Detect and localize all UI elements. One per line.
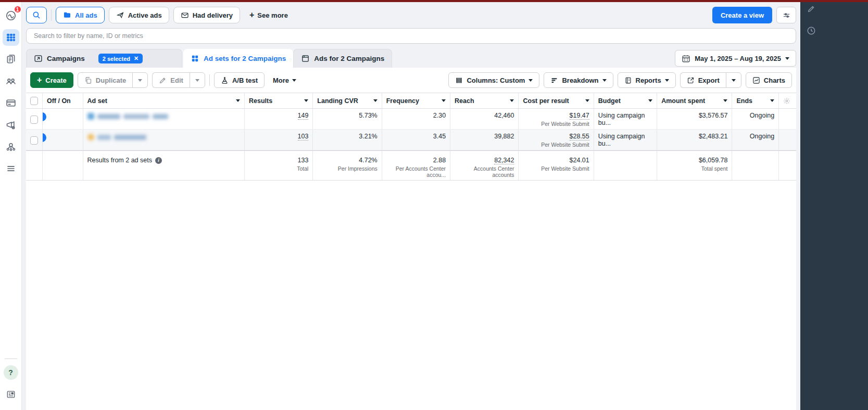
duplicate-dropdown-button[interactable] xyxy=(132,72,148,88)
sliders-icon xyxy=(782,11,791,20)
sort-caret-icon xyxy=(770,99,774,102)
breakdown-button[interactable]: Breakdown xyxy=(544,72,613,88)
sidebar-item-billing[interactable] xyxy=(3,95,19,111)
tab-ads[interactable]: Ads for 2 Campaigns xyxy=(293,49,392,68)
summary-results: 133 xyxy=(249,157,308,164)
filter-pill-all-ads[interactable]: All ads xyxy=(56,7,105,23)
duplicate-button[interactable]: Duplicate xyxy=(78,72,133,88)
notification-badge: 1 xyxy=(14,5,22,14)
flask-icon xyxy=(221,76,229,84)
whats-new-icon[interactable] xyxy=(3,386,19,403)
column-header-frequency[interactable]: Frequency xyxy=(382,93,450,108)
more-button[interactable]: More xyxy=(269,76,300,84)
history-clock-icon[interactable] xyxy=(806,25,817,36)
sort-caret-icon xyxy=(304,99,308,102)
chevron-down-icon xyxy=(602,79,607,82)
chevron-down-icon xyxy=(292,79,296,82)
summary-reach-sub: Accounts Center accounts xyxy=(455,165,514,178)
sidebar-menu-icon[interactable] xyxy=(3,160,19,177)
row-checkbox[interactable] xyxy=(30,136,38,145)
filter-divider xyxy=(51,9,52,21)
summary-reach[interactable]: 82,342 xyxy=(494,157,514,164)
column-header-cost-per-result[interactable]: Cost per result xyxy=(519,93,594,108)
amount-spent-value: $3,576.57 xyxy=(657,109,732,129)
sidebar-item-pages[interactable] xyxy=(3,51,19,68)
chevron-down-icon xyxy=(665,79,669,82)
results-value[interactable]: 103 xyxy=(298,133,309,140)
summary-label: Results from 2 ad sets xyxy=(87,157,152,164)
export-button[interactable]: Export xyxy=(680,72,726,88)
columns-icon xyxy=(455,76,463,84)
sidebar-item-ads-manager[interactable] xyxy=(3,29,19,46)
date-range-picker[interactable]: May 1, 2025 – Aug 19, 2025 xyxy=(675,50,796,67)
column-header-ends[interactable]: Ends xyxy=(732,93,779,108)
column-header-ad-set[interactable]: Ad set xyxy=(83,93,245,108)
sort-caret-icon xyxy=(648,99,652,102)
column-header-landing-cvr[interactable]: Landing CVR xyxy=(313,93,382,108)
breakdown-icon xyxy=(550,76,558,84)
screen-recording-strip xyxy=(0,0,868,2)
meta-business-suite-icon[interactable]: 1 xyxy=(3,7,19,24)
create-a-view-button[interactable]: Create a view xyxy=(712,7,772,23)
tab-ad-sets[interactable]: Ad sets for 2 Campaigns xyxy=(183,49,293,68)
reports-button[interactable]: Reports xyxy=(618,72,676,88)
chevron-down-icon xyxy=(529,79,533,82)
clear-selection-icon[interactable]: ✕ xyxy=(134,55,139,62)
table-row[interactable]: 149 5.73% 2.30 42,460 $19.47 Per Website… xyxy=(26,109,796,130)
sort-caret-icon xyxy=(373,99,378,102)
ad-set-name-redacted[interactable] xyxy=(83,130,245,150)
search-icon xyxy=(32,10,41,20)
selected-count-badge[interactable]: 2 selected ✕ xyxy=(98,54,143,63)
column-header-reach[interactable]: Reach xyxy=(450,93,519,108)
tab-campaigns[interactable]: Campaigns 2 selected ✕ xyxy=(26,49,182,68)
edit-dropdown-button[interactable] xyxy=(190,72,205,88)
info-icon[interactable]: i xyxy=(155,157,162,164)
column-header-budget[interactable]: Budget xyxy=(594,93,657,108)
summary-row: Results from 2 ad sets i 133 Total 4.72%… xyxy=(26,150,796,181)
date-range-label: May 1, 2025 – Aug 19, 2025 xyxy=(695,55,781,62)
reach-value: 39,882 xyxy=(450,130,519,150)
create-button[interactable]: + Create xyxy=(30,72,73,88)
see-more-button[interactable]: + See more xyxy=(244,10,293,20)
sort-caret-icon xyxy=(442,99,446,102)
right-tools-panel xyxy=(800,0,868,410)
summary-amount-spent: $6,059.78 xyxy=(661,157,727,164)
sidebar-item-ads[interactable] xyxy=(3,117,19,133)
results-value[interactable]: 149 xyxy=(298,112,309,120)
ad-set-name-redacted[interactable] xyxy=(83,109,245,129)
landing-cvr-value: 5.73% xyxy=(313,109,382,129)
blurred-ad-set-name xyxy=(87,113,240,120)
ab-test-button[interactable]: A/B test xyxy=(214,72,265,88)
column-header-amount-spent[interactable]: Amount spent xyxy=(657,93,732,108)
frequency-value: 2.30 xyxy=(382,109,450,129)
tab-label: Ads for 2 Campaigns xyxy=(314,55,384,62)
filter-pill-label: All ads xyxy=(75,11,97,19)
filter-pill-had-delivery[interactable]: Had delivery xyxy=(173,7,240,23)
columns-button[interactable]: Columns: Custom xyxy=(448,72,539,88)
export-dropdown-button[interactable] xyxy=(726,72,741,88)
row-checkbox[interactable] xyxy=(30,116,38,124)
table-empty-area xyxy=(26,181,796,410)
edit-button[interactable]: Edit xyxy=(152,72,190,88)
frequency-value: 3.45 xyxy=(382,130,450,150)
ad-sets-icon xyxy=(191,54,199,63)
plus-icon: + xyxy=(249,10,254,20)
ad-sets-table: Off / On Ad set Results Landing CVR Freq… xyxy=(26,93,796,181)
sidebar-item-audiences[interactable] xyxy=(3,73,19,89)
search-filter-button[interactable] xyxy=(26,7,47,23)
charts-button[interactable]: Charts xyxy=(746,72,792,88)
table-settings-gear-icon[interactable] xyxy=(779,93,796,108)
table-row[interactable]: 103 3.21% 3.45 39,882 $28.55 Per Website… xyxy=(26,130,796,150)
search-input[interactable] xyxy=(26,28,796,44)
filter-pill-active-ads[interactable]: Active ads xyxy=(109,7,169,23)
view-settings-button[interactable] xyxy=(776,7,796,23)
help-button[interactable]: ? xyxy=(4,365,18,380)
budget-value: Using campaign bu... xyxy=(594,130,657,150)
select-all-checkbox[interactable] xyxy=(30,97,38,105)
cost-per-result-value[interactable]: $19.47 xyxy=(570,112,589,120)
column-header-off-on: Off / On xyxy=(43,93,83,108)
edit-pencil-icon[interactable] xyxy=(806,3,817,15)
cost-per-result-value[interactable]: $28.55 xyxy=(570,133,589,140)
sidebar-item-business-assets[interactable] xyxy=(3,138,19,155)
column-header-results[interactable]: Results xyxy=(245,93,313,108)
